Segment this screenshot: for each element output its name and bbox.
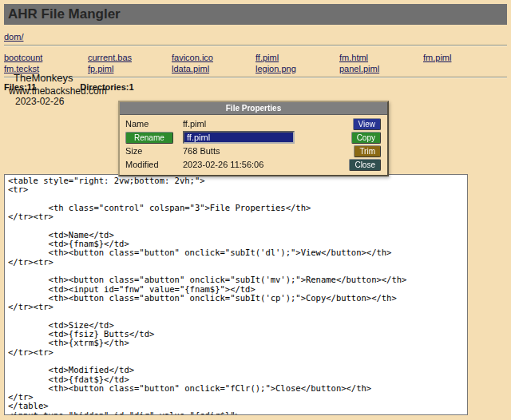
dialog-title: File Properties	[120, 102, 387, 115]
divider	[4, 45, 507, 46]
size-label: Size	[125, 146, 183, 156]
page-container: AHR File Mangler dom/ bootcount current.…	[0, 0, 511, 419]
file-link[interactable]: fp.piml	[88, 64, 172, 73]
close-button[interactable]: Close	[349, 159, 381, 171]
modified-value: 2023-02-26 11:56:06	[183, 160, 344, 169]
file-link[interactable]: fm.html	[339, 53, 423, 62]
name-value: ff.piml	[183, 119, 344, 129]
view-button[interactable]: View	[353, 118, 382, 130]
site-url-text: www.thebackshed.com	[9, 85, 107, 97]
modified-label: Modified	[125, 160, 183, 169]
page: { "page": { "background": "#f5deb3", "he…	[0, 0, 511, 420]
divider	[4, 77, 507, 78]
dialog-body: Name ff.piml View Rename Copy Size 768 B…	[120, 115, 387, 175]
size-value: 768 Butts	[183, 146, 344, 156]
filename-input[interactable]	[183, 131, 295, 144]
file-link[interactable]: legion.png	[256, 64, 339, 73]
name-label: Name	[125, 119, 183, 129]
date-text: 2023-02-26	[15, 96, 64, 107]
file-link[interactable]: fm.piml	[423, 53, 507, 62]
directory-name-text: TheMonkeys	[14, 72, 73, 84]
code-textarea[interactable]: <table style="right: 2vw;bottom: 2vh;"> …	[4, 174, 468, 415]
file-link[interactable]: bootcount	[4, 53, 88, 62]
file-link[interactable]: favicon.ico	[172, 53, 256, 62]
copy-button[interactable]: Copy	[351, 132, 381, 144]
breadcrumb: dom/	[4, 32, 507, 42]
file-link[interactable]: current.bas	[88, 53, 172, 62]
app-title: AHR File Mangler	[8, 6, 121, 22]
trim-button[interactable]: Trim	[354, 145, 381, 157]
file-link[interactable]: ff.piml	[256, 53, 339, 62]
breadcrumb-link[interactable]: dom/	[4, 32, 23, 42]
file-properties-dialog: File Properties Name ff.piml View Rename…	[118, 101, 389, 176]
rename-button[interactable]: Rename	[125, 132, 173, 144]
file-list: bootcount current.bas favicon.ico ff.pim…	[4, 53, 507, 73]
file-link[interactable]: panel.piml	[339, 64, 423, 73]
app-header: AHR File Mangler	[4, 4, 507, 25]
file-link[interactable]: ldata.piml	[172, 64, 256, 73]
